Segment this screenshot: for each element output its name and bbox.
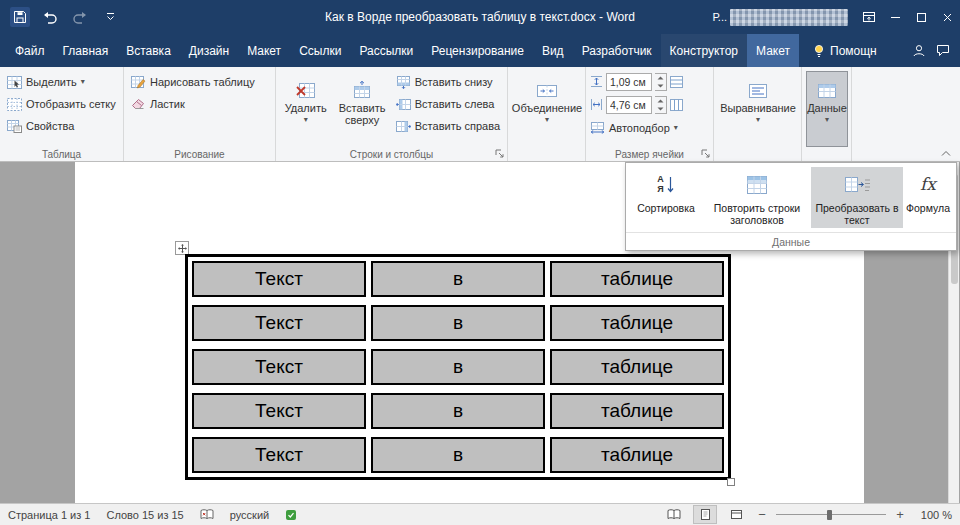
stepper-up-icon[interactable] (655, 74, 666, 82)
menu-item-repeat-header-rows-label: Повторить строки заголовков (705, 202, 809, 226)
table-cell[interactable]: таблице (550, 261, 724, 297)
table-resize-handle[interactable] (727, 478, 735, 486)
tab-view[interactable]: Вид (533, 34, 573, 67)
status-indicator-icon[interactable] (285, 509, 297, 521)
table-cell[interactable]: в (371, 261, 545, 297)
close-button[interactable] (934, 0, 960, 34)
table-cell[interactable]: Текст (192, 305, 366, 341)
data-button[interactable]: Данные ▾ (806, 71, 848, 147)
tab-bar-right-icons (912, 34, 960, 67)
table-cell[interactable]: в (371, 349, 545, 385)
insert-above-label: Вставить сверху (333, 102, 390, 127)
tab-home[interactable]: Главная (54, 34, 118, 67)
distribute-columns-icon[interactable] (670, 99, 683, 111)
menu-item-convert-to-text[interactable]: Преобразовать в текст (811, 167, 903, 228)
stepper-up-icon[interactable] (655, 97, 666, 105)
merge-button[interactable]: Объединение ▾ (512, 71, 582, 147)
table-cell[interactable]: Текст (192, 261, 366, 297)
title-bar-right: Р... (713, 0, 960, 34)
delete-button[interactable]: Удалить ▾ (280, 71, 331, 147)
table-move-handle[interactable] (175, 241, 189, 255)
language-status[interactable]: русский (230, 509, 269, 521)
eraser-button[interactable]: Ластик (128, 93, 271, 115)
dialog-launcher-icon[interactable] (494, 148, 505, 159)
web-layout-button[interactable] (724, 505, 748, 524)
table-cell[interactable]: Текст (192, 437, 366, 473)
column-width-icon (590, 98, 603, 111)
table-cell[interactable]: Текст (192, 349, 366, 385)
insert-above-button[interactable]: Вставить сверху (333, 71, 390, 147)
tab-design[interactable]: Дизайн (180, 34, 238, 67)
menu-item-sort[interactable]: АЯ Сортировка (629, 167, 703, 228)
insert-above-icon (352, 75, 372, 99)
minimize-button[interactable] (882, 0, 908, 34)
row-height-icon (590, 75, 603, 88)
row-height-input[interactable] (606, 73, 652, 91)
table-cell[interactable]: Текст (192, 393, 366, 429)
zoom-out-button[interactable]: − (755, 507, 769, 522)
tab-table-design[interactable]: Конструктор (661, 34, 747, 67)
zoom-slider[interactable] (776, 508, 886, 522)
tab-developer[interactable]: Разработчик (573, 34, 661, 67)
tab-review[interactable]: Рецензирование (422, 34, 533, 67)
group-label-draw: Рисование (124, 149, 275, 160)
zoom-level[interactable]: 100 % (914, 509, 952, 521)
autofit-button[interactable]: Автоподбор ▾ (590, 117, 678, 139)
view-gridlines-button[interactable]: Отобразить сетку (4, 93, 119, 115)
account-name-redacted[interactable] (730, 9, 848, 26)
insert-left-button[interactable]: Вставить слева (393, 93, 503, 115)
stepper-down-icon[interactable] (655, 82, 666, 90)
distribute-rows-icon[interactable] (670, 76, 683, 88)
comments-icon[interactable] (936, 44, 950, 57)
customize-quick-access-button[interactable] (100, 7, 120, 27)
table-cell[interactable]: в (371, 437, 545, 473)
table-cell[interactable]: в (371, 393, 545, 429)
save-button[interactable] (10, 7, 30, 27)
proofing-status-icon[interactable] (200, 509, 214, 520)
tab-help[interactable]: Помощн (803, 34, 887, 67)
menu-item-repeat-header-rows[interactable]: Повторить строки заголовков (703, 167, 811, 228)
table-properties-button[interactable]: Свойства (4, 115, 119, 137)
word-count-status[interactable]: Слово 15 из 15 (106, 509, 183, 521)
column-width-input[interactable] (606, 96, 652, 114)
tab-references[interactable]: Ссылки (290, 34, 350, 67)
ribbon-group-draw: Нарисовать таблицу Ластик Рисование (124, 67, 276, 161)
read-mode-button[interactable] (662, 505, 686, 524)
row-height-stepper[interactable] (655, 73, 667, 91)
table-cell[interactable]: таблице (550, 305, 724, 341)
tab-file[interactable]: Файл (6, 34, 54, 67)
redo-button[interactable] (70, 7, 90, 27)
alignment-button[interactable]: Выравнивание ▾ (718, 71, 798, 147)
page-number-status[interactable]: Страница 1 из 1 (8, 509, 90, 521)
table-cell[interactable]: таблице (550, 393, 724, 429)
menu-item-formula[interactable]: fx Формула (903, 167, 953, 228)
insert-right-button[interactable]: Вставить справа (393, 115, 503, 137)
column-width-stepper[interactable] (655, 96, 667, 114)
table-cell[interactable]: таблице (550, 349, 724, 385)
ribbon-display-options-button[interactable] (856, 0, 882, 34)
tab-mailings[interactable]: Рассылки (350, 34, 422, 67)
select-table-button[interactable]: Выделить ▾ (4, 71, 119, 93)
data-menu-group-label: Данные (626, 232, 956, 250)
table-cell[interactable]: в (371, 305, 545, 341)
dialog-launcher-icon[interactable] (700, 148, 711, 159)
insert-below-button[interactable]: Вставить снизу (393, 71, 503, 93)
collapse-ribbon-button[interactable] (940, 150, 952, 157)
zoom-slider-thumb[interactable] (827, 510, 832, 520)
undo-button[interactable] (40, 7, 60, 27)
table-cell[interactable]: таблице (550, 437, 724, 473)
zoom-in-button[interactable]: + (893, 507, 907, 522)
draw-table-button[interactable]: Нарисовать таблицу (128, 71, 271, 93)
tab-table-layout[interactable]: Макет (747, 34, 799, 67)
print-layout-button[interactable] (693, 505, 717, 524)
insert-below-icon (396, 76, 411, 89)
tab-layout[interactable]: Макет (238, 34, 290, 67)
maximize-button[interactable] (908, 0, 934, 34)
stepper-down-icon[interactable] (655, 105, 666, 113)
insert-left-icon (396, 98, 411, 111)
gridlines-icon (7, 98, 22, 111)
autofit-label: Автоподбор (609, 122, 670, 134)
menu-item-formula-label: Формула (906, 202, 950, 214)
share-person-icon[interactable] (912, 44, 926, 58)
tab-insert[interactable]: Вставка (117, 34, 180, 67)
